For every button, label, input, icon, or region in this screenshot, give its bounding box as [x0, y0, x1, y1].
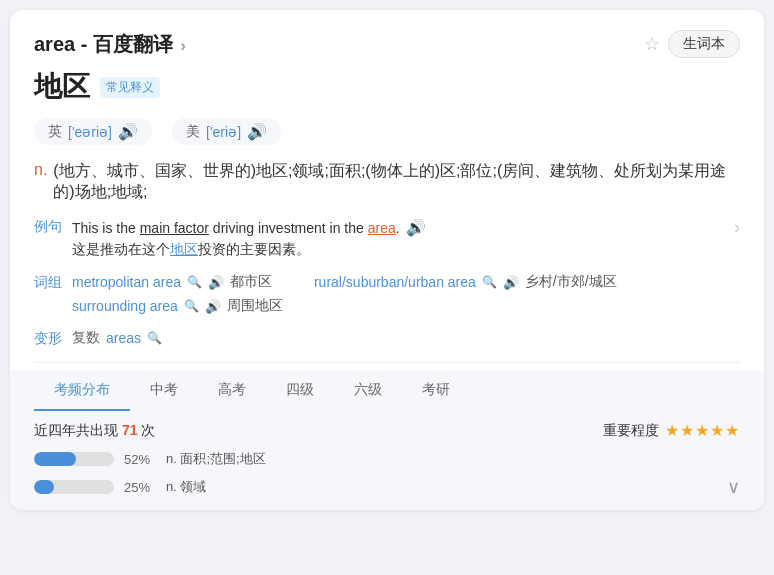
title-arrow: ›	[181, 37, 186, 54]
importance-block: 重要程度 ★★★★★	[603, 421, 740, 440]
tab-freq-dist[interactable]: 考频分布	[34, 371, 130, 411]
example-area-highlight: area	[368, 220, 396, 236]
freq-count-prefix: 近四年共出现	[34, 422, 118, 438]
header-actions: ☆ 生词本	[644, 30, 740, 58]
phrase-row-2: surrounding area 🔍 🔊 周围地区	[72, 297, 740, 315]
phonetics-row: 英 ['eəriə] 🔊 美 ['eriə] 🔊	[34, 118, 740, 145]
frequency-count: 近四年共出现 71 次	[34, 422, 155, 440]
common-meaning-tag[interactable]: 常见释义	[100, 77, 160, 98]
freq-bar-container-2	[34, 480, 114, 494]
word-text: 地区	[34, 68, 90, 106]
section-divider	[34, 362, 740, 363]
word-heading: 地区 常见释义	[34, 68, 740, 106]
example-english-row: This is the main factor driving investme…	[72, 217, 740, 238]
plural-search-icon[interactable]: 🔍	[147, 331, 162, 345]
part-of-speech: n.	[34, 161, 47, 179]
phonetic-american: 美 ['eriə] 🔊	[172, 118, 281, 145]
example-expand-arrow[interactable]: ›	[734, 217, 740, 238]
phrase-search-icon-3[interactable]: 🔍	[184, 299, 199, 313]
page-title: area - 百度翻译 ›	[34, 31, 186, 58]
freq-bar-1	[34, 452, 76, 466]
main-card: area - 百度翻译 › ☆ 生词本 地区 常见释义 英 ['eəriə] 🔊…	[10, 10, 764, 510]
frequency-stats-row: 近四年共出现 71 次 重要程度 ★★★★★	[34, 421, 740, 440]
example-block: This is the main factor driving investme…	[72, 217, 740, 259]
example-label: 例句	[34, 217, 72, 236]
tab-cet4[interactable]: 四级	[266, 371, 334, 411]
frequency-section: 考频分布 中考 高考 四级 六级 考研 近四年共出现 71 次 重要程度 ★★★…	[10, 371, 764, 510]
tab-middle[interactable]: 中考	[130, 371, 198, 411]
freq-bar-container-1	[34, 452, 114, 466]
phrase-zh-3: 周围地区	[227, 297, 283, 315]
phrases-section: 词组 metropolitan area 🔍 🔊 都市区 rural/subur…	[34, 273, 740, 315]
example-chinese: 这是推动在这个地区投资的主要因素。	[72, 241, 310, 259]
phrase-search-icon-1[interactable]: 🔍	[187, 275, 202, 289]
freq-count-unit: 次	[141, 422, 155, 438]
title-text: area - 百度翻译	[34, 33, 173, 55]
vocab-button[interactable]: 生词本	[668, 30, 740, 58]
morphology-label: 变形	[34, 329, 72, 348]
morphology-section: 变形 复数 areas 🔍	[34, 329, 740, 348]
morph-block: 复数 areas 🔍	[72, 329, 162, 347]
phrase-sound-1[interactable]: 🔊	[208, 275, 224, 290]
plural-word[interactable]: areas	[106, 330, 141, 346]
example-section: 例句 This is the main factor driving inves…	[34, 217, 740, 259]
phrase-zh-2: 乡村/市郊/城区	[525, 273, 617, 291]
phonetic-british: 英 ['eəriə] 🔊	[34, 118, 152, 145]
freq-item-1: 52% n. 面积;范围;地区	[34, 450, 740, 468]
phrases-label: 词组	[34, 273, 72, 292]
example-chinese-row: 这是推动在这个地区投资的主要因素。	[72, 241, 740, 259]
phrase-search-icon-2[interactable]: 🔍	[482, 275, 497, 289]
phrase-en-2[interactable]: rural/suburban/urban area	[314, 274, 476, 290]
definition-text: (地方、城市、国家、世界的)地区;领域;面积;(物体上的)区;部位;(房间、建筑…	[53, 161, 740, 203]
example-english: This is the main factor driving investme…	[72, 220, 400, 236]
phonetic-american-ipa: ['eriə]	[206, 124, 241, 140]
definition-section: n. (地方、城市、国家、世界的)地区;领域;面积;(物体上的)区;部位;(房间…	[34, 161, 740, 203]
example-zh-area: 地区	[170, 241, 198, 257]
phonetic-british-label: 英	[48, 123, 62, 141]
british-sound-icon[interactable]: 🔊	[118, 122, 138, 141]
phrases-block: metropolitan area 🔍 🔊 都市区 rural/suburban…	[72, 273, 740, 315]
freq-item-2: 25% n. 领域	[34, 478, 727, 496]
plural-label: 复数	[72, 329, 100, 347]
expand-icon[interactable]: ∨	[727, 476, 740, 498]
tab-cet6[interactable]: 六级	[334, 371, 402, 411]
freq-pct-1: 52%	[124, 452, 156, 467]
tab-postgrad[interactable]: 考研	[402, 371, 470, 411]
phrase-en-3[interactable]: surrounding area	[72, 298, 178, 314]
american-sound-icon[interactable]: 🔊	[247, 122, 267, 141]
importance-stars: ★★★★★	[665, 421, 740, 440]
freq-bar-2	[34, 480, 54, 494]
phrase-sound-3[interactable]: 🔊	[205, 299, 221, 314]
frequency-tabs: 考频分布 中考 高考 四级 六级 考研	[34, 371, 740, 411]
freq-pct-2: 25%	[124, 480, 156, 495]
example-sound-icon[interactable]: 🔊	[406, 218, 426, 237]
importance-label: 重要程度	[603, 422, 659, 440]
phrase-sound-2[interactable]: 🔊	[503, 275, 519, 290]
phrase-en-1[interactable]: metropolitan area	[72, 274, 181, 290]
freq-count-number: 71	[122, 422, 138, 438]
freq-def-2: n. 领域	[166, 478, 206, 496]
header: area - 百度翻译 › ☆ 生词本	[34, 30, 740, 58]
phonetic-american-label: 美	[186, 123, 200, 141]
freq-def-1: n. 面积;范围;地区	[166, 450, 266, 468]
freq-bottom-row: 25% n. 领域 ∨	[34, 476, 740, 498]
phonetic-british-ipa: ['eəriə]	[68, 124, 112, 140]
example-main-highlight: main factor	[140, 220, 209, 236]
phrase-zh-1: 都市区	[230, 273, 272, 291]
tab-high[interactable]: 高考	[198, 371, 266, 411]
phrase-row-1: metropolitan area 🔍 🔊 都市区 rural/suburban…	[72, 273, 740, 291]
star-icon[interactable]: ☆	[644, 33, 660, 55]
